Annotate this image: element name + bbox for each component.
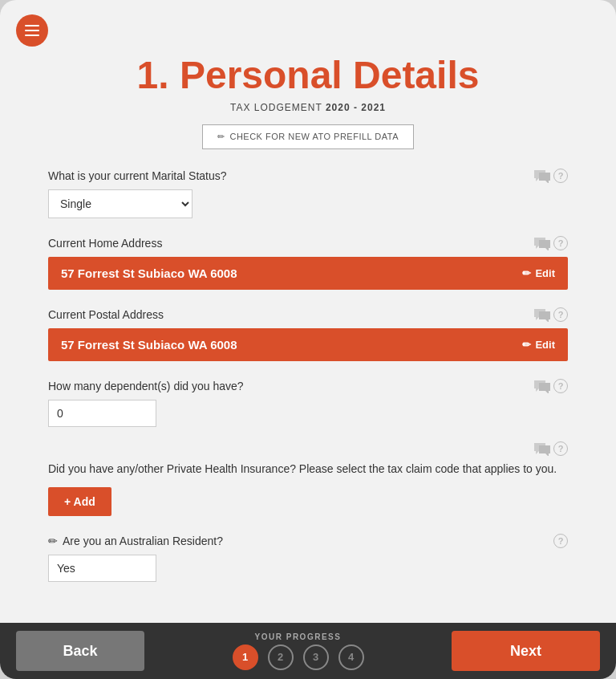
progress-section: YOUR PROGRESS 1 2 3 4 — [152, 632, 444, 670]
marital-status-label-row: What is your current Marital Status? ? — [48, 169, 568, 183]
question-icon-postal[interactable]: ? — [553, 307, 568, 322]
step-4[interactable]: 4 — [338, 644, 364, 670]
home-address-help: ? — [533, 236, 568, 250]
add-label: + Add — [64, 495, 95, 508]
home-address-bar: 57 Forrest St Subiaco WA 6008 ✏ Edit — [48, 257, 568, 290]
postal-address-label-row: Current Postal Address ? — [48, 307, 568, 322]
marital-status-select[interactable]: Single Married De Facto Divorced Widowed… — [48, 189, 192, 218]
edit-pencil-icon-postal: ✏ — [522, 339, 531, 351]
home-address-label-row: Current Home Address ? — [48, 236, 568, 250]
add-health-button[interactable]: + Add — [48, 487, 111, 516]
question-icon[interactable]: ? — [553, 169, 568, 183]
dependents-help: ? — [533, 379, 568, 393]
step-1[interactable]: 1 — [233, 644, 258, 670]
home-address-section: Current Home Address ? 57 Forrest St Sub… — [48, 236, 568, 290]
marital-status-help: ? — [533, 169, 568, 183]
question-mark: ? — [558, 381, 564, 391]
health-label: Did you have any/other Private Health In… — [48, 461, 568, 478]
question-icon-deps[interactable]: ? — [553, 379, 568, 393]
step-3-number: 3 — [313, 651, 318, 663]
resident-label-text: Are you an Australian Resident? — [63, 535, 223, 547]
edit-pencil-icon: ✏ — [522, 267, 531, 279]
question-mark: ? — [558, 444, 564, 453]
postal-address-edit-button[interactable]: ✏ Edit — [522, 339, 555, 351]
question-icon-home[interactable]: ? — [553, 236, 568, 250]
question-mark: ? — [558, 536, 564, 546]
health-help: ? — [533, 441, 568, 456]
postal-address-value: 57 Forrest St Subiaco WA 6008 — [61, 338, 237, 352]
app-container: 1. Personal Details TAX LODGEMENT 2020 -… — [0, 0, 616, 679]
chat-icon-postal — [533, 307, 550, 322]
back-button[interactable]: Back — [16, 631, 144, 671]
postal-address-help: ? — [533, 307, 568, 322]
menu-button[interactable] — [16, 14, 48, 47]
chat-icon — [533, 169, 550, 183]
chat-icon-deps — [533, 379, 550, 393]
subtitle-year: 2020 - 2021 — [326, 102, 386, 113]
next-button[interactable]: Next — [452, 631, 600, 671]
top-bar — [0, 0, 616, 47]
home-address-label: Current Home Address — [48, 237, 162, 250]
question-icon-health[interactable]: ? — [553, 441, 568, 456]
question-icon-resident[interactable]: ? — [553, 534, 568, 548]
bottom-bar: Back YOUR PROGRESS 1 2 3 4 Next — [0, 623, 616, 679]
dependents-label-row: How many dependent(s) did you have? ? — [48, 379, 568, 393]
health-section: ? Did you have any/other Private Health … — [48, 441, 568, 516]
subtitle-static: TAX LODGEMENT — [230, 102, 322, 113]
chat-icon-health — [533, 441, 550, 456]
resident-pencil-icon: ✏ — [48, 535, 58, 547]
resident-label-row: ✏ Are you an Australian Resident? ? — [48, 534, 568, 548]
postal-address-label: Current Postal Address — [48, 308, 164, 321]
pencil-icon: ✏ — [217, 132, 225, 142]
main-content: 1. Personal Details TAX LODGEMENT 2020 -… — [0, 47, 616, 623]
step-3[interactable]: 3 — [303, 644, 329, 670]
resident-section: ✏ Are you an Australian Resident? ? — [48, 534, 568, 582]
resident-label: ✏ Are you an Australian Resident? — [48, 535, 223, 547]
progress-label: YOUR PROGRESS — [255, 632, 342, 641]
step-4-number: 4 — [348, 651, 354, 663]
home-address-value: 57 Forrest St Subiaco WA 6008 — [61, 266, 237, 280]
chat-icon-home — [533, 236, 550, 250]
dependents-section: How many dependent(s) did you have? ? — [48, 379, 568, 427]
marital-status-section: What is your current Marital Status? ? S… — [48, 169, 568, 218]
subtitle: TAX LODGEMENT 2020 - 2021 — [48, 102, 568, 113]
prefill-button[interactable]: ✏ CHECK FOR NEW ATO PREFILL DATA — [202, 124, 414, 149]
question-mark: ? — [558, 310, 564, 319]
step-2[interactable]: 2 — [268, 644, 294, 670]
edit-label: Edit — [535, 267, 555, 279]
dependents-label: How many dependent(s) did you have? — [48, 380, 244, 392]
prefill-btn-wrap: ✏ CHECK FOR NEW ATO PREFILL DATA — [48, 124, 568, 149]
home-address-edit-button[interactable]: ✏ Edit — [522, 267, 555, 279]
page-title: 1. Personal Details — [48, 55, 568, 97]
progress-steps: 1 2 3 4 — [233, 644, 364, 670]
dependents-input[interactable] — [48, 400, 156, 427]
step-1-number: 1 — [242, 651, 248, 663]
postal-address-section: Current Postal Address ? 57 Forrest St S… — [48, 307, 568, 361]
postal-address-bar: 57 Forrest St Subiaco WA 6008 ✏ Edit — [48, 328, 568, 361]
edit-label-postal: Edit — [535, 339, 555, 351]
marital-status-label: What is your current Marital Status? — [48, 169, 227, 182]
step-2-number: 2 — [278, 651, 283, 663]
resident-input[interactable] — [48, 555, 156, 582]
question-mark: ? — [558, 238, 564, 248]
question-mark: ? — [558, 171, 564, 181]
prefill-button-label: CHECK FOR NEW ATO PREFILL DATA — [229, 132, 399, 141]
